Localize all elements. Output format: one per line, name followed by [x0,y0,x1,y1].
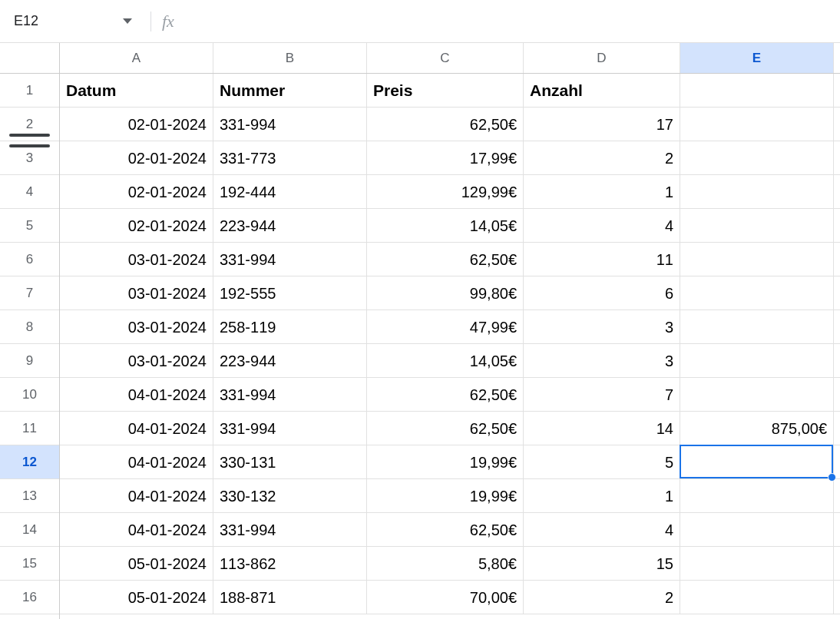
column-header-B[interactable]: B [213,43,367,73]
row-header-15[interactable]: 15 [0,547,59,581]
cells-area[interactable]: DatumNummerPreisAnzahl02-01-2024331-9946… [60,74,840,619]
cell-C8[interactable]: 47,99€ [367,310,524,344]
cell-D12[interactable]: 5 [524,445,680,479]
row-header-1[interactable]: 1 [0,74,59,108]
row-header-8[interactable]: 8 [0,310,59,344]
cell-B6[interactable]: 331-994 [213,243,367,276]
cell-A9[interactable]: 03-01-2024 [60,344,213,378]
row-header-2[interactable]: 2 [0,108,59,141]
cell-E4[interactable] [680,175,834,209]
cell-D9[interactable]: 3 [524,344,680,378]
cell-B3[interactable]: 331-773 [213,141,367,175]
cell-B16[interactable]: 188-871 [213,581,367,614]
cell-C6[interactable]: 62,50€ [367,243,524,276]
cell-B11[interactable]: 331-994 [213,412,367,445]
spreadsheet-grid[interactable]: ABCDE 12345678910111213141516 DatumNumme… [0,43,840,619]
cell-B10[interactable]: 331-994 [213,378,367,412]
cell-C3[interactable]: 17,99€ [367,141,524,175]
cell-A16[interactable]: 05-01-2024 [60,581,213,614]
cell-D1[interactable]: Anzahl [524,74,680,108]
cell-A10[interactable]: 04-01-2024 [60,378,213,412]
cell-D6[interactable]: 11 [524,243,680,276]
cell-E5[interactable] [680,209,834,243]
cell-D3[interactable]: 2 [524,141,680,175]
cell-B1[interactable]: Nummer [213,74,367,108]
row-header-7[interactable]: 7 [0,276,59,310]
cell-D2[interactable]: 17 [524,108,680,141]
row-header-14[interactable]: 14 [0,513,59,547]
select-all-corner[interactable] [0,43,60,73]
row-header-6[interactable]: 6 [0,243,59,276]
cell-C10[interactable]: 62,50€ [367,378,524,412]
cell-C4[interactable]: 129,99€ [367,175,524,209]
cell-D4[interactable]: 1 [524,175,680,209]
cell-C13[interactable]: 19,99€ [367,479,524,513]
cell-A15[interactable]: 05-01-2024 [60,547,213,581]
cell-B8[interactable]: 258-119 [213,310,367,344]
cell-A2[interactable]: 02-01-2024 [60,108,213,141]
cell-E11[interactable]: 875,00€ [680,412,834,445]
row-header-13[interactable]: 13 [0,479,59,513]
cell-C16[interactable]: 70,00€ [367,581,524,614]
cell-A14[interactable]: 04-01-2024 [60,513,213,547]
cell-E10[interactable] [680,378,834,412]
cell-E12[interactable] [680,445,834,479]
cell-E14[interactable] [680,513,834,547]
row-header-12[interactable]: 12 [0,445,59,479]
cell-E6[interactable] [680,243,834,276]
row-header-4[interactable]: 4 [0,175,59,209]
cell-C1[interactable]: Preis [367,74,524,108]
cell-D13[interactable]: 1 [524,479,680,513]
cell-E9[interactable] [680,344,834,378]
cell-C7[interactable]: 99,80€ [367,276,524,310]
cell-A11[interactable]: 04-01-2024 [60,412,213,445]
cell-D11[interactable]: 14 [524,412,680,445]
cell-C2[interactable]: 62,50€ [367,108,524,141]
cell-C14[interactable]: 62,50€ [367,513,524,547]
cell-E7[interactable] [680,276,834,310]
row-header-16[interactable]: 16 [0,581,59,614]
cell-B12[interactable]: 330-131 [213,445,367,479]
cell-C5[interactable]: 14,05€ [367,209,524,243]
cell-A5[interactable]: 02-01-2024 [60,209,213,243]
cell-A7[interactable]: 03-01-2024 [60,276,213,310]
cell-D15[interactable]: 15 [524,547,680,581]
cell-A4[interactable]: 02-01-2024 [60,175,213,209]
cell-A3[interactable]: 02-01-2024 [60,141,213,175]
cell-D10[interactable]: 7 [524,378,680,412]
cell-C9[interactable]: 14,05€ [367,344,524,378]
cell-C15[interactable]: 5,80€ [367,547,524,581]
cell-B15[interactable]: 113-862 [213,547,367,581]
cell-C11[interactable]: 62,50€ [367,412,524,445]
cell-A6[interactable]: 03-01-2024 [60,243,213,276]
cell-D16[interactable]: 2 [524,581,680,614]
cell-B7[interactable]: 192-555 [213,276,367,310]
cell-E8[interactable] [680,310,834,344]
cell-A8[interactable]: 03-01-2024 [60,310,213,344]
row-header-10[interactable]: 10 [0,378,59,412]
cell-E1[interactable] [680,74,834,108]
column-header-D[interactable]: D [524,43,680,73]
cell-E13[interactable] [680,479,834,513]
cell-A12[interactable]: 04-01-2024 [60,445,213,479]
cell-C12[interactable]: 19,99€ [367,445,524,479]
row-header-9[interactable]: 9 [0,344,59,378]
cell-A13[interactable]: 04-01-2024 [60,479,213,513]
cell-E15[interactable] [680,547,834,581]
cell-B5[interactable]: 223-944 [213,209,367,243]
cell-A1[interactable]: Datum [60,74,213,108]
row-header-11[interactable]: 11 [0,412,59,445]
column-header-A[interactable]: A [60,43,213,73]
cell-D7[interactable]: 6 [524,276,680,310]
cell-B13[interactable]: 330-132 [213,479,367,513]
formula-input[interactable] [182,10,831,33]
cell-E16[interactable] [680,581,834,614]
cell-E2[interactable] [680,108,834,141]
cell-E3[interactable] [680,141,834,175]
cell-D14[interactable]: 4 [524,513,680,547]
row-header-5[interactable]: 5 [0,209,59,243]
cell-B9[interactable]: 223-944 [213,344,367,378]
name-box[interactable]: E12 [9,8,140,35]
cell-B14[interactable]: 331-994 [213,513,367,547]
column-header-C[interactable]: C [367,43,524,73]
